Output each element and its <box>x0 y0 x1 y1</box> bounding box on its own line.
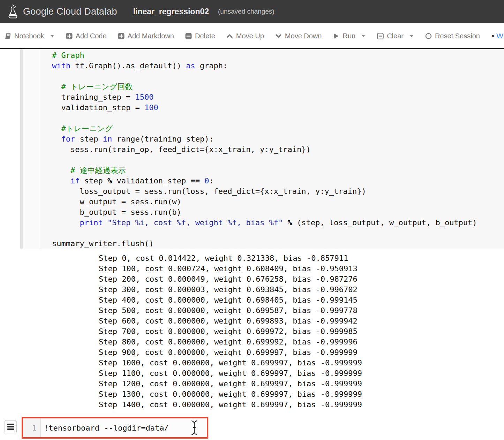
chevron-down-icon <box>275 32 282 40</box>
play-icon <box>332 32 340 40</box>
notebook-toolbar: NotebookAdd CodeAdd MarkdownDeleteMove U… <box>0 24 504 49</box>
output-line: Step 700, cost 0.000000, weight 0.699972… <box>99 326 362 337</box>
output-line: Step 1300, cost 0.000000, weight 0.69999… <box>99 389 362 400</box>
cell-gutter <box>23 49 40 249</box>
output-line: Step 100, cost 0.000724, weight 0.608409… <box>99 264 362 274</box>
output-line: Step 200, cost 0.000049, weight 0.676258… <box>99 274 362 285</box>
plus-square-icon <box>66 32 73 40</box>
toolbar-reset-session-label: Reset Session <box>435 32 480 40</box>
hamburger-icon <box>7 424 14 425</box>
toolbar-move-down-label: Move Down <box>285 32 322 40</box>
tensorboard-cell-highlighted[interactable]: 1 !tensorboard --logdir=data/ <box>22 417 208 439</box>
toolbar-clear-label: Clear <box>387 32 404 40</box>
code-line: print "Step %i, cost %f, weight %f, bias… <box>52 218 504 228</box>
toolbar-notebook-button[interactable]: Notebook <box>4 32 55 40</box>
cell-menu-button[interactable] <box>5 420 17 433</box>
code-line: w_output = sess.run(w) <box>52 197 504 207</box>
code-line: summary_writer.flush() <box>52 238 504 249</box>
output-lines: Step 0, cost 0.014422, weight 0.321338, … <box>99 253 362 410</box>
toolbar-move-down-button[interactable]: Move Down <box>275 32 322 40</box>
chevron-down-icon[interactable] <box>361 33 366 39</box>
output-line: Step 900, cost 0.000000, weight 0.699997… <box>99 347 362 358</box>
text-cursor-icon <box>190 419 198 436</box>
code-line <box>52 113 504 123</box>
line-number-gutter: 1 <box>23 418 41 437</box>
output-line: Step 1400, cost 0.000000, weight 0.69999… <box>99 400 362 410</box>
toolbar-clear-button[interactable]: Clear <box>377 32 414 40</box>
app-header: Google Cloud Datalab linear_regression02… <box>0 0 504 23</box>
code-cell[interactable]: # Graphwith tf.Graph().as_default() as g… <box>20 49 504 249</box>
toolbar-delete-button[interactable]: Delete <box>185 32 215 40</box>
toolbar-delete-label: Delete <box>195 32 215 40</box>
toolbar-notebook-label: Notebook <box>14 32 44 40</box>
toolbar-move-up-label: Move Up <box>236 32 264 40</box>
output-line: Step 800, cost 0.000000, weight 0.699992… <box>99 337 362 347</box>
output-line: Step 500, cost 0.000000, weight 0.699587… <box>99 305 362 316</box>
toolbar-reset-session-button[interactable]: Reset Session <box>425 32 480 40</box>
chevron-down-icon[interactable] <box>409 33 414 39</box>
code-line: for step in range(training_step): <box>52 134 504 144</box>
output-line: Step 600, cost 0.000000, weight 0.699893… <box>99 316 362 326</box>
toolbar-add-markdown-label: Add Markdown <box>128 32 174 40</box>
code-line: with tf.Graph().as_default() as graph: <box>52 61 504 71</box>
code-line: loss_output = sess.run(loss, feed_dict={… <box>52 186 504 197</box>
circle-icon <box>425 32 432 40</box>
toolbar-add-code-button[interactable]: Add Code <box>66 32 107 40</box>
code-line: # トレーニング回数 <box>52 82 504 92</box>
code-line: if step % validation_step == 0: <box>52 176 504 186</box>
chevron-up-icon <box>226 32 233 40</box>
code-line: sess.run(train_op, feed_dict={x:x_train,… <box>52 144 504 155</box>
code-line: #トレーニング <box>52 123 504 134</box>
unsaved-changes-status: (unsaved changes) <box>218 8 274 15</box>
toolbar-move-up-button[interactable]: Move Up <box>226 32 264 40</box>
code-line: training_step = 1500 <box>52 92 504 103</box>
minus-square-icon <box>185 32 192 40</box>
code-line <box>52 71 504 82</box>
output-line: Step 400, cost 0.000000, weight 0.698405… <box>99 295 362 305</box>
notebook-title[interactable]: linear_regression02 <box>133 7 209 16</box>
tensorboard-command-input[interactable]: !tensorboard --logdir=data/ <box>41 418 169 437</box>
plus-square-icon <box>118 32 125 40</box>
code-line: # 途中経過表示 <box>52 165 504 176</box>
code-lines[interactable]: # Graphwith tf.Graph().as_default() as g… <box>40 49 504 249</box>
code-line <box>52 228 504 238</box>
notebook-icon <box>4 32 12 40</box>
code-line: validation_step = 100 <box>52 103 504 113</box>
line-number: 1 <box>32 424 40 432</box>
toolbar-add-markdown-button[interactable]: Add Markdown <box>118 32 174 40</box>
output-line: Step 1100, cost 0.000000, weight 0.69999… <box>99 368 362 379</box>
app-title: Google Cloud Datalab <box>23 6 117 17</box>
clear-square-icon <box>377 32 384 40</box>
output-line: Step 0, cost 0.014422, weight 0.321338, … <box>99 253 362 264</box>
toolbar-run-label: Run <box>343 32 355 40</box>
partial-link-w[interactable]: W <box>496 32 503 40</box>
toolbar-run-button[interactable]: Run <box>332 32 366 40</box>
toolbar-items: NotebookAdd CodeAdd MarkdownDeleteMove U… <box>4 31 495 41</box>
output-line: Step 1000, cost 0.000000, weight 0.69999… <box>99 358 362 368</box>
code-line <box>52 155 504 165</box>
cell-left-strip <box>20 49 23 249</box>
toolbar-add-code-label: Add Code <box>76 32 107 40</box>
chevron-down-icon[interactable] <box>50 33 55 39</box>
overflow-dot: • <box>491 31 495 41</box>
datalab-flask-icon <box>7 4 19 19</box>
code-line: # Graph <box>52 50 504 61</box>
code-line: b_output = sess.run(b) <box>52 207 504 218</box>
output-line: Step 300, cost 0.000003, weight 0.693845… <box>99 285 362 295</box>
output-line: Step 1200, cost 0.000000, weight 0.69999… <box>99 379 362 389</box>
